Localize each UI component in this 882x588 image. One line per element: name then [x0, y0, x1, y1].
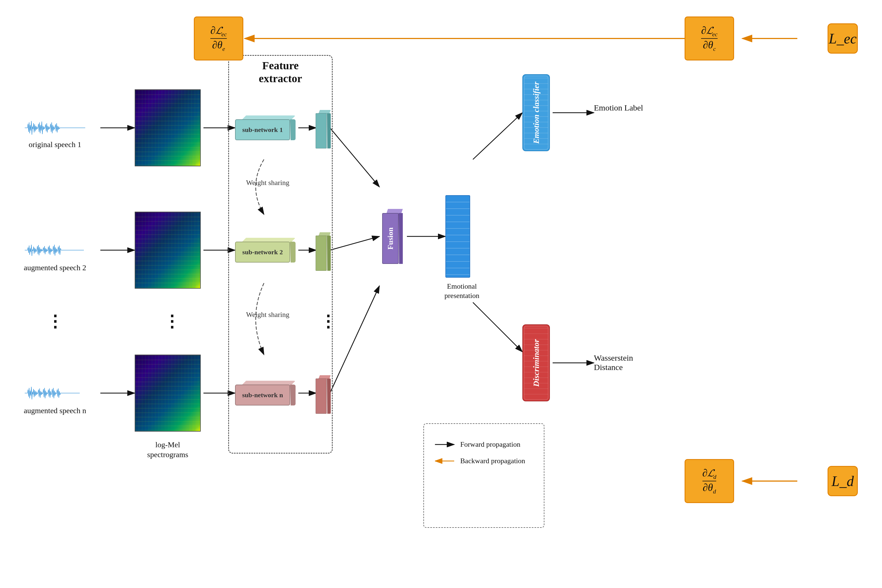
legend-box: Forward propagation Backward propagation: [423, 423, 544, 528]
partial-ec-theta-e-box: ∂𝓛ec ∂θe: [194, 16, 243, 60]
vector-2: [316, 232, 331, 271]
emotion-label-text: Emotion Label: [594, 103, 654, 112]
spectrogram-n: [135, 355, 201, 432]
subnet-1-block: sub-network 1: [235, 116, 296, 140]
loss-d-box: L_d: [828, 466, 858, 496]
legend-forward: Forward propagation: [435, 440, 533, 448]
original-speech-label: original speech 1: [14, 140, 96, 149]
feature-extractor-title: Feature extractor: [239, 59, 322, 85]
wasserstein-label: Wasserstein Distance: [594, 353, 660, 372]
svg-line-17: [473, 302, 522, 352]
logmel-label: log-Melspectrograms: [135, 440, 201, 460]
vector-1: [316, 110, 331, 148]
partial-ec-theta-e-label: ∂𝓛ec ∂θe: [210, 25, 226, 52]
loss-ec-label: L_ec: [829, 30, 856, 47]
subnet-2-block: sub-network 2: [235, 238, 296, 262]
spectrogram-2: [135, 212, 201, 289]
weight-sharing-1-label: Weight sharing: [246, 178, 290, 187]
legend-forward-label: Forward propagation: [460, 440, 520, 448]
svg-line-13: [330, 236, 380, 250]
vector-n: [316, 375, 331, 414]
loss-ec-box: L_ec: [828, 23, 858, 54]
subnet-2-label: sub-network 2: [235, 242, 290, 262]
partial-d-theta-d-label: ∂𝓛d ∂θd: [702, 467, 717, 495]
subnet-n-block: sub-network n: [235, 381, 296, 405]
dots-spectrogram: ⋮: [164, 314, 180, 330]
legend-backward-label: Backward propagation: [460, 457, 525, 465]
legend-backward: Backward propagation: [435, 457, 533, 465]
diagram-container: Feature extractor sub-network 1 sub-netw…: [0, 0, 882, 588]
emotion-classifier: Emotion classifier: [522, 74, 550, 151]
dots-waveform: ⋮: [47, 314, 63, 330]
spectrogram-1: [135, 89, 201, 166]
partial-ec-theta-c-label: ∂𝓛ec ∂θc: [701, 25, 717, 52]
emotional-presentation-label: Emotionalpresentation: [437, 282, 487, 300]
augmented-speech-n-label: augmented speech n: [14, 406, 96, 415]
waveform-n: [25, 384, 85, 403]
waveform-2: [25, 240, 85, 260]
loss-d-label: L_d: [832, 473, 854, 489]
emotion-tower: [446, 195, 470, 278]
fusion-block: Fusion: [382, 209, 403, 264]
svg-line-16: [473, 113, 522, 159]
weight-sharing-2-label: Weight sharing: [246, 310, 290, 319]
subnet-1-label: sub-network 1: [235, 119, 290, 140]
partial-d-theta-d-box: ∂𝓛d ∂θd: [685, 459, 734, 503]
partial-ec-theta-c-box: ∂𝓛ec ∂θc: [685, 16, 734, 60]
augmented-speech-2-label: augmented speech 2: [14, 263, 96, 272]
svg-line-14: [330, 286, 380, 393]
dots-vector: ⋮: [320, 314, 336, 330]
svg-line-12: [330, 128, 380, 187]
waveform-1: [25, 118, 85, 138]
discriminator: Discriminator: [522, 324, 550, 401]
subnet-n-label: sub-network n: [235, 385, 290, 405]
